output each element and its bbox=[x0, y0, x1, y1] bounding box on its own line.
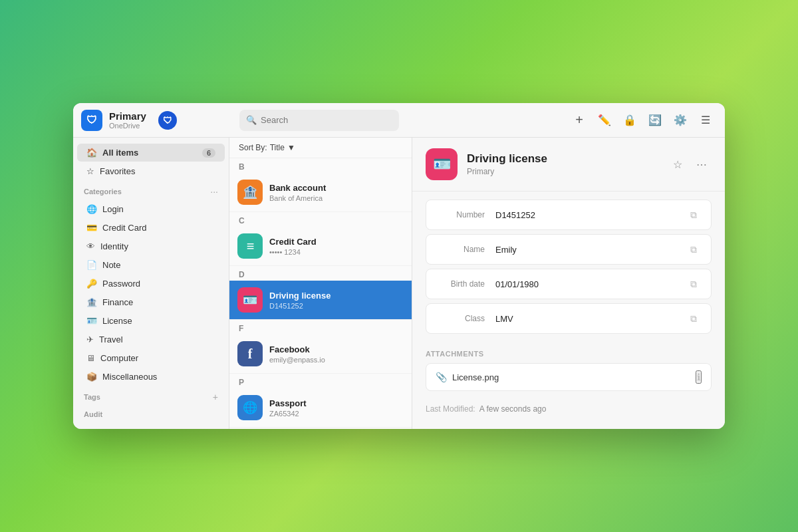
list-item-passport[interactable]: 🌐 Passport ZA65342 bbox=[229, 388, 412, 428]
field-number: Number D1451252 ⧉ bbox=[426, 200, 712, 230]
section-b: B bbox=[229, 158, 412, 173]
list-item-credit-card[interactable]: ≡ Credit Card ••••• 1234 bbox=[229, 227, 412, 266]
field-class: Class LMV ⧉ bbox=[426, 303, 712, 334]
attachment-icon: 📎 bbox=[436, 372, 447, 382]
tags-section: Tags + bbox=[73, 386, 229, 405]
sort-icon: ▼ bbox=[287, 143, 295, 152]
list-item-bank-account[interactable]: 🏦 Bank account Bank of America bbox=[229, 173, 412, 212]
computer-icon: 🖥 bbox=[86, 353, 95, 363]
miscellaneous-label: Miscellaneous bbox=[102, 372, 157, 382]
sidebar-item-computer[interactable]: 🖥 Computer bbox=[77, 349, 225, 367]
categories-more-button[interactable]: ··· bbox=[210, 186, 218, 197]
sidebar-item-license[interactable]: 🪪 License bbox=[77, 312, 225, 330]
sidebar-item-note[interactable]: 📄 Note bbox=[77, 256, 225, 274]
sidebar-item-travel[interactable]: ✈ Travel bbox=[77, 331, 225, 348]
field-name-label: Name bbox=[436, 245, 495, 254]
detail-title-area: Driving license Primary bbox=[467, 152, 547, 176]
list-item-driving-license[interactable]: 🪪 Driving license D1451252 bbox=[229, 281, 412, 320]
detail-title: Driving license bbox=[467, 152, 547, 166]
sidebar-item-miscellaneous[interactable]: 📦 Miscellaneous bbox=[77, 368, 225, 386]
field-number-label: Number bbox=[436, 210, 495, 219]
credit-card-label: Credit Card bbox=[102, 223, 146, 233]
vault-sub: OneDrive bbox=[109, 122, 146, 130]
sort-prefix: Sort By: bbox=[239, 143, 267, 152]
computer-label: Computer bbox=[100, 353, 138, 363]
driving-license-sub: D1451252 bbox=[269, 302, 331, 310]
facebook-sub: emily@enpass.io bbox=[269, 356, 325, 364]
attachment-info-button[interactable]: ℹ bbox=[696, 370, 702, 384]
sidebar-item-all-items[interactable]: 🏠 All items 6 bbox=[77, 144, 225, 162]
search-bar[interactable]: 🔍 bbox=[239, 110, 399, 131]
last-modified-value: A few seconds ago bbox=[479, 404, 547, 414]
body: 🏠 All items 6 ☆ Favorites Categories ···… bbox=[73, 138, 725, 429]
categories-section: Categories ··· bbox=[73, 181, 229, 200]
favorites-label: Favorites bbox=[100, 166, 135, 176]
lock-button[interactable]: 🔒 bbox=[618, 109, 641, 132]
field-birth-date-value: 01/01/1980 bbox=[495, 279, 686, 289]
section-p: P bbox=[229, 374, 412, 388]
copy-birth-date-button[interactable]: ⧉ bbox=[686, 276, 702, 292]
field-class-value: LMV bbox=[495, 314, 686, 324]
sidebar-item-finance[interactable]: 🏦 Finance bbox=[77, 293, 225, 311]
attachments-label: ATTACHMENTS bbox=[426, 350, 712, 358]
item-list: Sort By: Title ▼ B 🏦 Bank account Bank o… bbox=[229, 138, 412, 429]
categories-label: Categories bbox=[84, 188, 122, 196]
password-label: Password bbox=[102, 279, 140, 289]
bank-account-sub: Bank of America bbox=[269, 194, 326, 202]
edit-button[interactable]: ✏️ bbox=[593, 109, 616, 132]
note-icon: 📄 bbox=[86, 260, 97, 270]
sidebar-item-credit-card[interactable]: 💳 Credit Card bbox=[77, 219, 225, 237]
list-item-facebook[interactable]: f Facebook emily@enpass.io bbox=[229, 334, 412, 374]
sidebar-item-identity[interactable]: 👁 Identity bbox=[77, 237, 225, 255]
search-input[interactable] bbox=[261, 115, 392, 125]
sidebar-item-password[interactable]: 🔑 Password bbox=[77, 275, 225, 293]
all-items-icon: 🏠 bbox=[86, 148, 97, 158]
field-birth-date-label: Birth date bbox=[436, 279, 495, 289]
last-modified: Last Modified: A few seconds ago bbox=[412, 399, 725, 419]
header: 🛡 Primary OneDrive 🛡 🔍 + ✏️ 🔒 🔄 ⚙️ ☰ bbox=[73, 103, 725, 138]
section-f: F bbox=[229, 320, 412, 334]
sidebar-item-favorites[interactable]: ☆ Favorites bbox=[77, 162, 225, 180]
detail-sub: Primary bbox=[467, 167, 547, 176]
settings-button[interactable]: ⚙️ bbox=[669, 109, 692, 132]
add-button[interactable]: + bbox=[568, 109, 591, 132]
credit-card-info: Credit Card ••••• 1234 bbox=[269, 237, 317, 256]
menu-button[interactable]: ☰ bbox=[694, 109, 717, 132]
field-birth-date: Birth date 01/01/1980 ⧉ bbox=[426, 269, 712, 299]
driving-license-title: Driving license bbox=[269, 291, 331, 301]
credit-card-icon-list: ≡ bbox=[237, 233, 263, 259]
search-icon: 🔍 bbox=[246, 115, 257, 125]
sync-button[interactable]: 🔄 bbox=[644, 109, 666, 132]
detail-header: 🪪 Driving license Primary ☆ ⋯ bbox=[412, 138, 725, 192]
credit-card-title: Credit Card bbox=[269, 237, 317, 247]
copy-name-button[interactable]: ⧉ bbox=[686, 241, 702, 257]
driving-license-info: Driving license D1451252 bbox=[269, 291, 331, 310]
sort-bar: Sort By: Title ▼ bbox=[229, 138, 412, 158]
onedrive-icon: 🛡 bbox=[158, 111, 177, 130]
credit-card-sub: ••••• 1234 bbox=[269, 248, 317, 256]
more-options-button[interactable]: ⋯ bbox=[692, 154, 712, 174]
tags-add-button[interactable]: + bbox=[213, 392, 218, 402]
favorite-button[interactable]: ☆ bbox=[668, 154, 688, 174]
field-class-label: Class bbox=[436, 314, 495, 323]
identity-icon: 👁 bbox=[86, 241, 95, 251]
all-items-badge: 6 bbox=[202, 148, 215, 158]
field-name: Name Emily ⧉ bbox=[426, 234, 712, 265]
login-label: Login bbox=[102, 204, 124, 214]
copy-class-button[interactable]: ⧉ bbox=[686, 311, 702, 327]
finance-label: Finance bbox=[102, 297, 133, 307]
license-icon: 🪪 bbox=[86, 316, 97, 326]
passport-title: Passport bbox=[269, 398, 307, 408]
bank-account-info: Bank account Bank of America bbox=[269, 183, 326, 202]
identity-label: Identity bbox=[100, 241, 128, 251]
license-label: License bbox=[102, 316, 132, 326]
tags-label: Tags bbox=[84, 393, 100, 401]
detail-panel: 🪪 Driving license Primary ☆ ⋯ Number D14… bbox=[412, 138, 725, 429]
travel-label: Travel bbox=[99, 334, 123, 344]
audit-label: Audit bbox=[84, 410, 102, 418]
vault-info: 🛡 Primary OneDrive 🛡 bbox=[81, 110, 234, 131]
copy-number-button[interactable]: ⧉ bbox=[686, 207, 702, 223]
passport-icon: 🌐 bbox=[237, 395, 263, 420]
sidebar-item-login[interactable]: 🌐 Login bbox=[77, 200, 225, 218]
note-label: Note bbox=[102, 260, 120, 270]
